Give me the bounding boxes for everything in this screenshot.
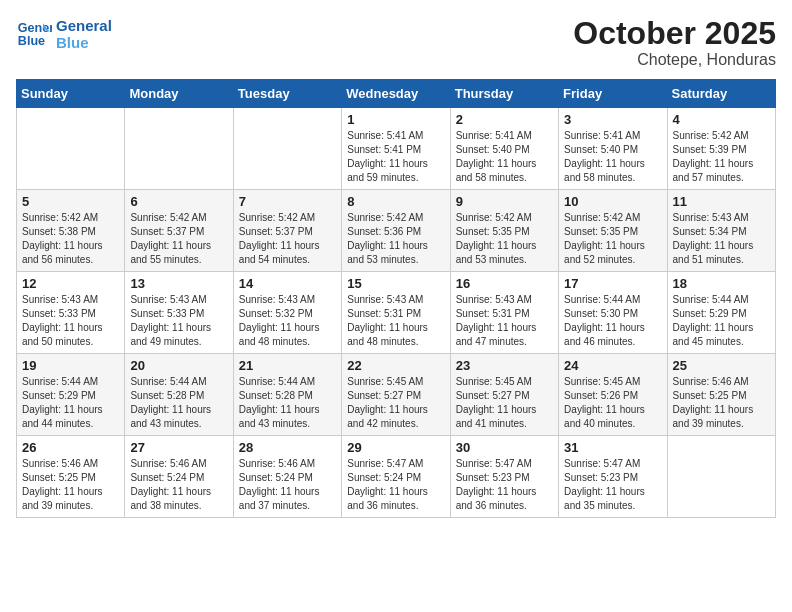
day-info: Sunrise: 5:42 AM Sunset: 5:39 PM Dayligh… bbox=[673, 129, 770, 185]
calendar-cell: 12Sunrise: 5:43 AM Sunset: 5:33 PM Dayli… bbox=[17, 272, 125, 354]
day-info: Sunrise: 5:46 AM Sunset: 5:25 PM Dayligh… bbox=[673, 375, 770, 431]
weekday-header: Sunday bbox=[17, 80, 125, 108]
calendar-week-row: 5Sunrise: 5:42 AM Sunset: 5:38 PM Daylig… bbox=[17, 190, 776, 272]
weekday-header: Saturday bbox=[667, 80, 775, 108]
calendar-cell: 13Sunrise: 5:43 AM Sunset: 5:33 PM Dayli… bbox=[125, 272, 233, 354]
day-number: 3 bbox=[564, 112, 661, 127]
calendar-header-row: SundayMondayTuesdayWednesdayThursdayFrid… bbox=[17, 80, 776, 108]
calendar-cell bbox=[125, 108, 233, 190]
day-number: 27 bbox=[130, 440, 227, 455]
weekday-header: Tuesday bbox=[233, 80, 341, 108]
day-info: Sunrise: 5:43 AM Sunset: 5:33 PM Dayligh… bbox=[22, 293, 119, 349]
calendar-cell: 18Sunrise: 5:44 AM Sunset: 5:29 PM Dayli… bbox=[667, 272, 775, 354]
day-number: 6 bbox=[130, 194, 227, 209]
calendar-cell: 24Sunrise: 5:45 AM Sunset: 5:26 PM Dayli… bbox=[559, 354, 667, 436]
day-info: Sunrise: 5:46 AM Sunset: 5:25 PM Dayligh… bbox=[22, 457, 119, 513]
day-number: 8 bbox=[347, 194, 444, 209]
day-info: Sunrise: 5:44 AM Sunset: 5:29 PM Dayligh… bbox=[22, 375, 119, 431]
calendar-cell: 6Sunrise: 5:42 AM Sunset: 5:37 PM Daylig… bbox=[125, 190, 233, 272]
day-number: 25 bbox=[673, 358, 770, 373]
day-info: Sunrise: 5:42 AM Sunset: 5:37 PM Dayligh… bbox=[130, 211, 227, 267]
day-info: Sunrise: 5:45 AM Sunset: 5:26 PM Dayligh… bbox=[564, 375, 661, 431]
calendar-cell: 16Sunrise: 5:43 AM Sunset: 5:31 PM Dayli… bbox=[450, 272, 558, 354]
weekday-header: Thursday bbox=[450, 80, 558, 108]
calendar-cell: 9Sunrise: 5:42 AM Sunset: 5:35 PM Daylig… bbox=[450, 190, 558, 272]
header: General Blue General Blue October 2025 C… bbox=[16, 16, 776, 69]
day-number: 16 bbox=[456, 276, 553, 291]
location-subtitle: Chotepe, Honduras bbox=[573, 51, 776, 69]
calendar-cell: 23Sunrise: 5:45 AM Sunset: 5:27 PM Dayli… bbox=[450, 354, 558, 436]
day-number: 29 bbox=[347, 440, 444, 455]
day-info: Sunrise: 5:42 AM Sunset: 5:37 PM Dayligh… bbox=[239, 211, 336, 267]
day-number: 13 bbox=[130, 276, 227, 291]
day-info: Sunrise: 5:41 AM Sunset: 5:41 PM Dayligh… bbox=[347, 129, 444, 185]
day-number: 9 bbox=[456, 194, 553, 209]
day-info: Sunrise: 5:41 AM Sunset: 5:40 PM Dayligh… bbox=[564, 129, 661, 185]
day-number: 17 bbox=[564, 276, 661, 291]
day-info: Sunrise: 5:42 AM Sunset: 5:38 PM Dayligh… bbox=[22, 211, 119, 267]
day-info: Sunrise: 5:47 AM Sunset: 5:23 PM Dayligh… bbox=[456, 457, 553, 513]
day-number: 24 bbox=[564, 358, 661, 373]
day-number: 14 bbox=[239, 276, 336, 291]
calendar-week-row: 19Sunrise: 5:44 AM Sunset: 5:29 PM Dayli… bbox=[17, 354, 776, 436]
calendar-cell: 17Sunrise: 5:44 AM Sunset: 5:30 PM Dayli… bbox=[559, 272, 667, 354]
calendar-cell: 22Sunrise: 5:45 AM Sunset: 5:27 PM Dayli… bbox=[342, 354, 450, 436]
calendar-cell: 29Sunrise: 5:47 AM Sunset: 5:24 PM Dayli… bbox=[342, 436, 450, 518]
calendar-cell: 1Sunrise: 5:41 AM Sunset: 5:41 PM Daylig… bbox=[342, 108, 450, 190]
day-info: Sunrise: 5:42 AM Sunset: 5:36 PM Dayligh… bbox=[347, 211, 444, 267]
day-number: 28 bbox=[239, 440, 336, 455]
day-info: Sunrise: 5:42 AM Sunset: 5:35 PM Dayligh… bbox=[456, 211, 553, 267]
logo-icon: General Blue bbox=[16, 16, 52, 52]
day-info: Sunrise: 5:43 AM Sunset: 5:33 PM Dayligh… bbox=[130, 293, 227, 349]
calendar-cell: 28Sunrise: 5:46 AM Sunset: 5:24 PM Dayli… bbox=[233, 436, 341, 518]
calendar-cell: 27Sunrise: 5:46 AM Sunset: 5:24 PM Dayli… bbox=[125, 436, 233, 518]
day-info: Sunrise: 5:42 AM Sunset: 5:35 PM Dayligh… bbox=[564, 211, 661, 267]
logo: General Blue General Blue bbox=[16, 16, 112, 52]
calendar-cell: 3Sunrise: 5:41 AM Sunset: 5:40 PM Daylig… bbox=[559, 108, 667, 190]
logo-line2: Blue bbox=[56, 34, 112, 51]
calendar-cell: 11Sunrise: 5:43 AM Sunset: 5:34 PM Dayli… bbox=[667, 190, 775, 272]
calendar-week-row: 1Sunrise: 5:41 AM Sunset: 5:41 PM Daylig… bbox=[17, 108, 776, 190]
day-number: 31 bbox=[564, 440, 661, 455]
day-number: 7 bbox=[239, 194, 336, 209]
calendar-cell: 2Sunrise: 5:41 AM Sunset: 5:40 PM Daylig… bbox=[450, 108, 558, 190]
day-info: Sunrise: 5:46 AM Sunset: 5:24 PM Dayligh… bbox=[239, 457, 336, 513]
day-number: 4 bbox=[673, 112, 770, 127]
day-info: Sunrise: 5:44 AM Sunset: 5:28 PM Dayligh… bbox=[130, 375, 227, 431]
weekday-header: Monday bbox=[125, 80, 233, 108]
day-info: Sunrise: 5:44 AM Sunset: 5:28 PM Dayligh… bbox=[239, 375, 336, 431]
day-number: 23 bbox=[456, 358, 553, 373]
title-area: October 2025 Chotepe, Honduras bbox=[573, 16, 776, 69]
calendar: SundayMondayTuesdayWednesdayThursdayFrid… bbox=[16, 79, 776, 518]
weekday-header: Friday bbox=[559, 80, 667, 108]
weekday-header: Wednesday bbox=[342, 80, 450, 108]
day-info: Sunrise: 5:44 AM Sunset: 5:29 PM Dayligh… bbox=[673, 293, 770, 349]
calendar-cell: 25Sunrise: 5:46 AM Sunset: 5:25 PM Dayli… bbox=[667, 354, 775, 436]
svg-text:Blue: Blue bbox=[18, 34, 45, 48]
calendar-cell: 7Sunrise: 5:42 AM Sunset: 5:37 PM Daylig… bbox=[233, 190, 341, 272]
day-number: 18 bbox=[673, 276, 770, 291]
day-number: 15 bbox=[347, 276, 444, 291]
day-number: 2 bbox=[456, 112, 553, 127]
day-number: 22 bbox=[347, 358, 444, 373]
day-number: 26 bbox=[22, 440, 119, 455]
day-number: 20 bbox=[130, 358, 227, 373]
day-info: Sunrise: 5:45 AM Sunset: 5:27 PM Dayligh… bbox=[456, 375, 553, 431]
calendar-cell: 30Sunrise: 5:47 AM Sunset: 5:23 PM Dayli… bbox=[450, 436, 558, 518]
day-info: Sunrise: 5:43 AM Sunset: 5:31 PM Dayligh… bbox=[456, 293, 553, 349]
day-info: Sunrise: 5:47 AM Sunset: 5:23 PM Dayligh… bbox=[564, 457, 661, 513]
calendar-cell: 31Sunrise: 5:47 AM Sunset: 5:23 PM Dayli… bbox=[559, 436, 667, 518]
day-info: Sunrise: 5:44 AM Sunset: 5:30 PM Dayligh… bbox=[564, 293, 661, 349]
calendar-cell bbox=[233, 108, 341, 190]
month-title: October 2025 bbox=[573, 16, 776, 51]
calendar-cell: 8Sunrise: 5:42 AM Sunset: 5:36 PM Daylig… bbox=[342, 190, 450, 272]
day-number: 11 bbox=[673, 194, 770, 209]
day-number: 19 bbox=[22, 358, 119, 373]
calendar-week-row: 26Sunrise: 5:46 AM Sunset: 5:25 PM Dayli… bbox=[17, 436, 776, 518]
day-number: 10 bbox=[564, 194, 661, 209]
calendar-cell: 5Sunrise: 5:42 AM Sunset: 5:38 PM Daylig… bbox=[17, 190, 125, 272]
day-number: 12 bbox=[22, 276, 119, 291]
day-number: 21 bbox=[239, 358, 336, 373]
day-number: 5 bbox=[22, 194, 119, 209]
calendar-cell: 4Sunrise: 5:42 AM Sunset: 5:39 PM Daylig… bbox=[667, 108, 775, 190]
